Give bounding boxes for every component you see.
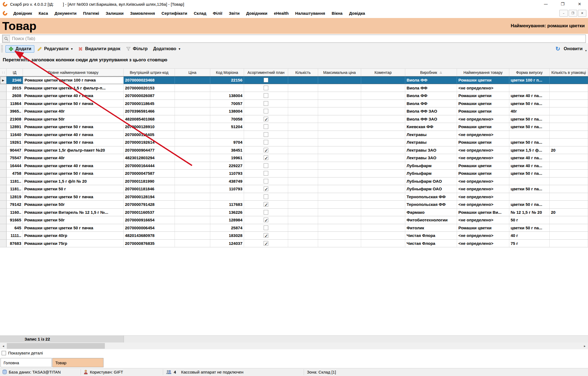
menu-item-13[interactable]: Вікна <box>332 11 343 16</box>
cell-morion[interactable]: 128984 <box>210 216 244 224</box>
cell-morion[interactable]: 110793 <box>210 185 244 193</box>
menu-item-10[interactable]: Довідники <box>246 11 267 16</box>
cell-indicator[interactable] <box>0 185 7 193</box>
cell-barcode[interactable]: 2070000116405 <box>124 131 175 139</box>
cell-form[interactable]: цветки 50 г па... <box>509 100 550 107</box>
cell-indicator[interactable] <box>0 146 7 154</box>
cell-qty[interactable] <box>288 193 318 201</box>
cell-id[interactable]: 3965.. <box>7 107 23 115</box>
cell-form[interactable]: цветки 50 г па... <box>509 185 550 193</box>
cell-pack_qty[interactable] <box>550 154 588 162</box>
cell-form[interactable] <box>509 193 550 201</box>
cell-max_price[interactable] <box>318 240 361 247</box>
table-row[interactable]: 4758Ромашки цветки цветки 50 г пачка2070… <box>0 170 588 178</box>
cell-price[interactable] <box>175 232 210 239</box>
cell-indicator[interactable] <box>0 201 7 208</box>
cell-max_price[interactable] <box>318 201 361 208</box>
table-row[interactable]: 91665Ромашки цветки 50г20700009166541289… <box>0 216 588 224</box>
assortment-plan-checkbox[interactable] <box>264 93 268 98</box>
assortment-plan-checkbox[interactable] <box>264 86 268 90</box>
cell-barcode[interactable]: 2070000791428 <box>124 201 175 208</box>
cell-name[interactable]: Ромашки цветки 50г <box>23 216 124 224</box>
cell-id[interactable]: 90447 <box>7 146 23 154</box>
cell-form[interactable]: цветки 50 г па... <box>509 139 550 146</box>
cell-manufacturer[interactable]: Фитобиотехнологии <box>405 216 457 224</box>
cell-plan[interactable] <box>244 115 288 123</box>
cell-manufacturer[interactable]: Виола ФФ ЗАО <box>405 115 457 123</box>
cell-manufacturer[interactable]: Фармако <box>405 209 457 216</box>
cell-pack_qty[interactable] <box>550 100 588 107</box>
cell-form[interactable]: цветки 40 г па... <box>509 154 550 162</box>
cell-qty[interactable] <box>288 224 318 232</box>
cell-qty[interactable] <box>288 201 318 208</box>
cell-barcode[interactable]: 2070000006454 <box>124 224 175 232</box>
cell-form[interactable]: 50 г <box>509 216 550 224</box>
cell-product_name[interactable]: <не определено> <box>457 131 509 139</box>
cell-plan[interactable] <box>244 240 288 247</box>
cell-qty[interactable] <box>288 76 318 84</box>
table-row[interactable]: 1181..Ромашки цветки 1,5 г ф/п № 2020700… <box>0 178 588 185</box>
table-row[interactable]: 21908Ромашки цветки 50г48200854010687005… <box>0 115 588 123</box>
cell-plan[interactable] <box>244 146 288 154</box>
cell-indicator[interactable] <box>0 154 7 162</box>
cell-comment[interactable] <box>361 115 405 123</box>
assortment-plan-checkbox[interactable] <box>264 140 268 145</box>
column-header-form[interactable]: Форма випуску <box>509 69 550 76</box>
cell-morion[interactable]: 70058 <box>210 115 244 123</box>
cell-plan[interactable] <box>244 232 288 239</box>
cell-plan[interactable] <box>244 76 288 84</box>
cell-max_price[interactable] <box>318 178 361 185</box>
minimize-button[interactable]: — <box>537 0 554 8</box>
cell-comment[interactable] <box>361 216 405 224</box>
cell-indicator[interactable] <box>0 84 7 92</box>
cell-form[interactable]: цветки 1,5 г ф... <box>509 146 550 154</box>
cell-id[interactable]: 12891 <box>7 123 23 131</box>
cell-id[interactable]: 645 <box>7 224 23 232</box>
cell-pack_qty[interactable] <box>550 201 588 208</box>
cell-comment[interactable] <box>361 154 405 162</box>
cell-max_price[interactable] <box>318 209 361 216</box>
cell-pack_qty[interactable]: 20 <box>550 146 588 154</box>
cell-barcode[interactable]: 2070001181990 <box>124 178 175 185</box>
cell-pack_qty[interactable] <box>550 240 588 247</box>
cell-morion[interactable]: 19961 <box>210 154 244 162</box>
cell-pack_qty[interactable] <box>550 92 588 100</box>
table-row[interactable]: 3965..Ромашки цветки 40г2070396591466138… <box>0 107 588 115</box>
cell-name[interactable]: Ромашки цветки цветки 50 г пачка <box>23 224 124 232</box>
cell-barcode[interactable]: 4820085401068 <box>124 115 175 123</box>
cell-pack_qty[interactable] <box>550 162 588 170</box>
cell-id[interactable]: 79142 <box>7 201 23 208</box>
cell-max_price[interactable] <box>318 162 361 170</box>
cell-manufacturer[interactable]: Киевская ФФ <box>405 123 457 131</box>
cell-id[interactable]: 1181.. <box>7 185 23 193</box>
menu-item-6[interactable]: Сертифікати <box>162 11 187 16</box>
search-input[interactable] <box>10 36 586 41</box>
cell-product_name[interactable]: Ромашки цветки <box>457 76 509 84</box>
table-row[interactable]: 75547Ромашки цветки 40г48230128032941996… <box>0 154 588 162</box>
cell-max_price[interactable] <box>318 185 361 193</box>
cell-indicator[interactable] <box>0 178 7 185</box>
cell-max_price[interactable] <box>318 154 361 162</box>
cell-qty[interactable] <box>288 100 318 107</box>
cell-plan[interactable] <box>244 201 288 208</box>
cell-manufacturer[interactable]: Лектравы <box>405 131 457 139</box>
cell-max_price[interactable] <box>318 115 361 123</box>
cell-plan[interactable] <box>244 139 288 146</box>
cell-plan[interactable] <box>244 224 288 232</box>
cell-indicator[interactable] <box>0 139 7 146</box>
cell-plan[interactable] <box>244 178 288 185</box>
cell-price[interactable] <box>175 170 210 177</box>
cell-plan[interactable] <box>244 154 288 162</box>
cell-form[interactable]: № 12 1,5 г № 20 <box>509 209 550 216</box>
cell-plan[interactable] <box>244 92 288 100</box>
cell-morion[interactable]: 25874 <box>210 224 244 232</box>
cell-morion[interactable]: 110793 <box>210 170 244 177</box>
cell-manufacturer[interactable]: Виола ФФ <box>405 92 457 100</box>
cell-price[interactable] <box>175 185 210 193</box>
cell-comment[interactable] <box>361 131 405 139</box>
cell-qty[interactable] <box>288 185 318 193</box>
cell-barcode[interactable]: 2070000904477 <box>124 146 175 154</box>
column-header-qty[interactable]: Кількість <box>288 69 318 76</box>
cell-id[interactable]: 91665 <box>7 216 23 224</box>
table-row[interactable]: 1160..Ромашки цветки Витарель № 12 1,5 г… <box>0 209 588 216</box>
